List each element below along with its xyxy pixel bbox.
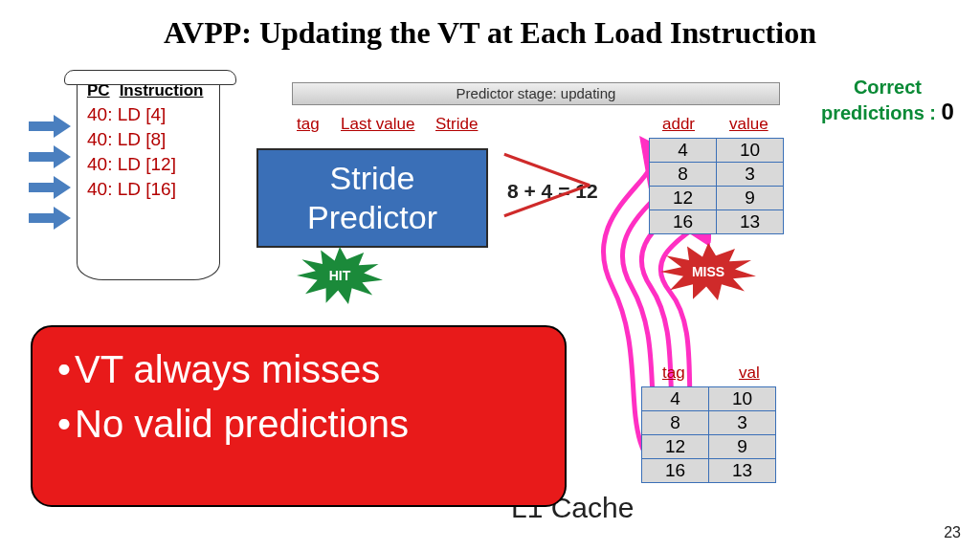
label-last-value: Last value [341,115,415,134]
miss-burst: MISS [660,243,756,300]
callout-bullet: •VT always misses [57,348,540,391]
instruction-header: Instruction [120,81,204,100]
label-value: value [729,115,768,134]
table-row: 1613 [650,210,784,234]
pc-header: PC [87,81,110,100]
instruction-row: 40: LD [16] [87,179,210,200]
label-l1-tag: tag [662,364,685,383]
page-number: 23 [944,524,961,541]
instruction-row: 40: LD [4] [87,104,210,125]
callout-bullet: •No valid predictions [57,403,540,446]
label-tag: tag [297,115,320,134]
stride-line2: Predictor [258,199,486,236]
slide-title: AVPP: Updating the VT at Each Load Instr… [0,0,980,51]
arrow-icon [29,119,71,134]
label-addr: addr [662,115,695,134]
instruction-row: 40: LD [8] [87,129,210,150]
label-stride: Stride [435,115,478,134]
summary-callout: •VT always misses •No valid predictions [31,325,567,507]
stride-line1: Stride [258,160,486,197]
table-row: 410 [642,387,776,411]
predictor-stage-bar: Predictor stage: updating [292,82,780,105]
hit-burst: HIT [297,247,383,304]
table-row: 83 [642,411,776,435]
arrow-icon [29,210,71,226]
table-row: 1613 [642,459,776,483]
l1-cache-table: 410 83 129 1613 [641,386,776,483]
arrow-icon [29,180,71,195]
label-l1-val: val [739,364,760,383]
vt-table: 410 83 129 1613 [649,138,784,234]
table-row: 83 [650,163,784,187]
instruction-row: 40: LD [12] [87,154,210,175]
instruction-list: PC Instruction 40: LD [4] 40: LD [8] 40:… [77,75,220,280]
table-row: 410 [650,139,784,163]
correct-predictions: Correct predictions : 0 [821,77,954,125]
table-row: 129 [650,187,784,210]
arrow-icon [29,149,71,165]
stride-predictor-box: Stride Predictor [256,148,488,248]
table-row: 129 [642,435,776,459]
